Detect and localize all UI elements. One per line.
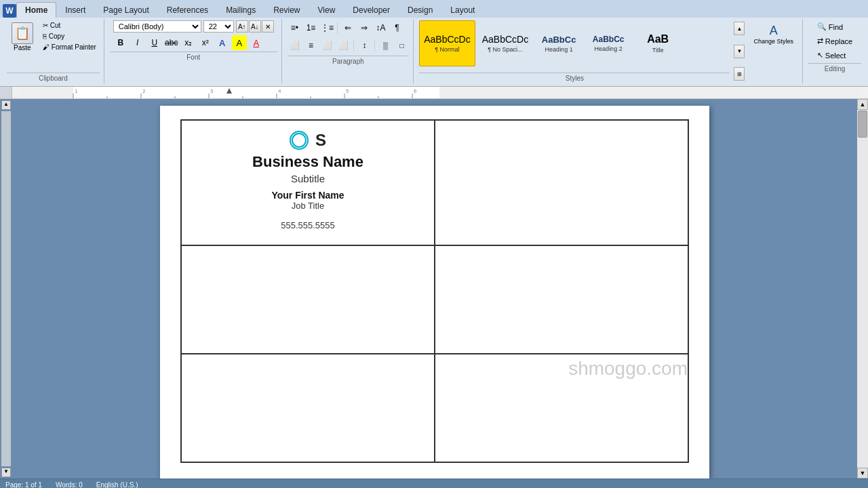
borders-button[interactable]: □ — [394, 38, 409, 53]
show-marks-button[interactable]: ¶ — [389, 20, 404, 35]
card-cell-watermark: shmoggo.com — [435, 354, 688, 462]
cut-button[interactable]: ✂ Cut — [39, 20, 100, 30]
editing-group: 🔍 Find ⇄ Replace ↖ Select Editing — [804, 19, 865, 83]
document-container[interactable]: S Business Name Subtitle Your First Name… — [12, 99, 857, 479]
change-styles-label: Change Styles — [753, 38, 793, 45]
copy-button[interactable]: ⎘ Copy — [39, 31, 100, 41]
style-title-label: Title — [652, 47, 664, 54]
find-button[interactable]: 🔍 Find — [812, 20, 857, 33]
increase-indent-button[interactable]: ⇒ — [357, 20, 372, 35]
style-normal-label: ¶ Normal — [435, 46, 459, 53]
ribbon-tabs: W Home Insert Page Layout References Mai… — [0, 0, 868, 18]
styles-more-button[interactable]: ⊞ — [734, 67, 745, 81]
change-styles-button[interactable]: A Change Styles — [749, 20, 798, 82]
multilevel-button[interactable]: ⋮≡ — [319, 20, 334, 35]
card-cell-empty-4 — [181, 354, 435, 462]
bullets-button[interactable]: ≡• — [287, 20, 302, 35]
style-heading1[interactable]: AaBbCc Heading 1 — [535, 20, 583, 66]
text-highlight-button[interactable]: A — [232, 35, 247, 50]
editing-group-label: Editing — [808, 63, 861, 73]
card-s-letter: S — [315, 131, 326, 150]
tab-references[interactable]: References — [158, 2, 217, 18]
grow-font-button[interactable]: A↑ — [236, 20, 248, 33]
card-cell-main: S Business Name Subtitle Your First Name… — [181, 120, 435, 245]
status-bar: Page: 1 of 1 Words: 0 English (U.S.) — [0, 479, 868, 488]
shading-button[interactable]: ▒ — [378, 38, 393, 53]
business-card-grid: S Business Name Subtitle Your First Name… — [180, 119, 689, 463]
style-heading2[interactable]: AaBbCc Heading 2 — [585, 20, 632, 66]
clear-format-button[interactable]: ✕ — [262, 20, 274, 33]
font-color-button[interactable]: A — [249, 35, 264, 50]
styles-group: AaBbCcDc ¶ Normal AaBbCcDc ¶ No Spaci...… — [415, 19, 803, 83]
justify-button[interactable]: ⬜ — [336, 38, 351, 53]
left-scroll-down[interactable]: ▼ — [1, 468, 11, 477]
align-center-button[interactable]: ≡ — [303, 38, 318, 53]
tab-insert[interactable]: Insert — [56, 2, 94, 18]
decrease-indent-button[interactable]: ⇐ — [340, 20, 355, 35]
scroll-down-button[interactable]: ▼ — [857, 468, 868, 479]
ruler: 1 2 3 4 5 6 — [0, 87, 868, 99]
paragraph-group: ≡• 1≡ ⋮≡ ⇐ ⇒ ↕A ¶ ⬜ ≡ ⬜ ⬜ ↕ ▒ — [283, 19, 414, 83]
tab-page-layout[interactable]: Page Layout — [94, 2, 157, 18]
font-family-select[interactable]: Calibri (Body) — [113, 20, 201, 33]
tab-layout[interactable]: Layout — [441, 2, 484, 18]
change-styles-icon: A — [770, 24, 778, 38]
style-heading2-preview: AaBbCc — [593, 35, 625, 44]
right-scrollbar: ▲ ▼ — [857, 99, 868, 479]
style-nospacing-preview: AaBbCcDc — [482, 34, 528, 45]
style-no-spacing[interactable]: AaBbCcDc ¶ No Spaci... — [477, 20, 533, 66]
paste-button[interactable]: 📋 Paste — [7, 20, 38, 54]
tab-mailings[interactable]: Mailings — [217, 2, 264, 18]
ribbon: 📋 Paste ✂ Cut ⎘ Copy 🖌 Format — [0, 18, 868, 87]
scroll-track — [857, 110, 868, 468]
strikethrough-button[interactable]: abc — [164, 35, 179, 50]
main-area: ▲ ▼ S Business Name Subtitle Your First … — [0, 99, 868, 479]
style-heading1-label: Heading 1 — [545, 46, 573, 53]
style-title[interactable]: AaB Title — [634, 20, 682, 66]
align-left-button[interactable]: ⬜ — [287, 38, 302, 53]
style-nospacing-label: ¶ No Spaci... — [488, 46, 522, 53]
card-logo-row: S — [290, 131, 326, 150]
bold-button[interactable]: B — [113, 35, 128, 50]
style-subtitle[interactable]: AaBbCc. Subtitle — [419, 68, 467, 71]
underline-button[interactable]: U — [147, 35, 162, 50]
align-right-button[interactable]: ⬜ — [319, 38, 334, 53]
select-button[interactable]: ↖ Select — [812, 49, 857, 62]
font-size-select[interactable]: 22 — [203, 20, 234, 33]
tab-view[interactable]: View — [309, 2, 344, 18]
scroll-thumb[interactable] — [858, 110, 867, 138]
line-spacing-button[interactable]: ↕ — [357, 38, 372, 53]
italic-button[interactable]: I — [130, 35, 145, 50]
tab-home[interactable]: Home — [16, 2, 56, 18]
card-logo — [290, 131, 309, 150]
styles-up-button[interactable]: ▲ — [734, 22, 745, 35]
paste-icon: 📋 — [12, 22, 33, 44]
replace-button[interactable]: ⇄ Replace — [812, 35, 857, 47]
card-logo-inner — [292, 133, 307, 148]
styles-down-button[interactable]: ▼ — [734, 45, 745, 58]
left-scroll-up[interactable]: ▲ — [1, 100, 11, 110]
styles-gallery: AaBbCcDc ¶ Normal AaBbCcDc ¶ No Spaci...… — [419, 20, 730, 71]
text-effects-button[interactable]: A — [215, 35, 230, 50]
paragraph-group-label: Paragraph — [288, 56, 409, 65]
business-name: Business Name — [252, 153, 363, 171]
scroll-up-button[interactable]: ▲ — [857, 99, 868, 110]
tab-review[interactable]: Review — [264, 2, 309, 18]
select-icon: ↖ — [817, 51, 823, 60]
binoculars-icon: 🔍 — [817, 22, 827, 31]
style-normal[interactable]: AaBbCcDc ¶ Normal — [419, 20, 475, 66]
superscript-button[interactable]: x² — [198, 35, 213, 50]
card-phone: 555.555.5555 — [281, 220, 335, 230]
svg-text:4: 4 — [278, 88, 281, 94]
style-title-preview: AaB — [647, 33, 669, 45]
sort-button[interactable]: ↕A — [373, 20, 388, 35]
clipboard-label: Clipboard — [7, 73, 100, 82]
numbering-button[interactable]: 1≡ — [303, 20, 318, 35]
subscript-button[interactable]: x₂ — [181, 35, 196, 50]
watermark-text: shmoggo.com — [435, 358, 688, 380]
format-painter-button[interactable]: 🖌 Format Painter — [39, 42, 100, 52]
tab-developer[interactable]: Developer — [344, 2, 399, 18]
tab-design[interactable]: Design — [399, 2, 441, 18]
shrink-font-button[interactable]: A↓ — [249, 20, 261, 33]
left-sidebar: ▲ ▼ — [0, 99, 12, 479]
